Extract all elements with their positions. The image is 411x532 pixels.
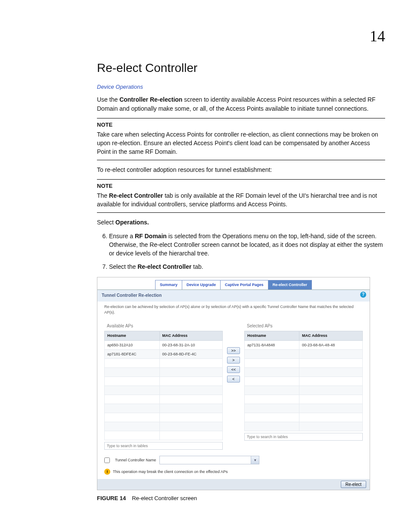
table-row[interactable]: ap7131-8A484800-23-68-8A-48-48: [245, 341, 363, 350]
step-list: Ensure a RF Domain is selected from the …: [97, 232, 385, 271]
text: Use the: [97, 96, 119, 103]
table-row[interactable]: [245, 413, 363, 422]
text: tab.: [191, 263, 203, 270]
table-row[interactable]: [245, 377, 363, 386]
text: Operations.: [115, 219, 149, 226]
cell-hostname: ap650-312A10: [105, 341, 160, 350]
table-row[interactable]: [105, 377, 223, 386]
text: Re-elect Controller: [137, 263, 191, 270]
chevron-down-icon[interactable]: ▾: [251, 456, 259, 464]
text: The: [97, 192, 109, 199]
text: RF Domain: [135, 233, 167, 240]
help-icon[interactable]: ?: [360, 292, 366, 298]
text: Re-elect Controller: [109, 192, 163, 199]
section-description: Re-election can be achieved by selection…: [97, 302, 370, 321]
available-aps-table[interactable]: Hostname MAC Address ap650-312A1000-23-6…: [104, 331, 223, 440]
cell-hostname: [105, 413, 160, 422]
figure-label: FIGURE 14: [97, 495, 126, 501]
note-heading: NOTE: [97, 121, 385, 129]
table-row[interactable]: [105, 395, 223, 404]
tab-summary[interactable]: Summary: [155, 280, 182, 289]
note-body: Take care when selecting Access Points f…: [97, 130, 385, 156]
selected-aps-table[interactable]: Hostname MAC Address ap7131-8A484800-23-…: [244, 331, 363, 431]
table-row[interactable]: [245, 368, 363, 377]
cell-hostname: [245, 377, 299, 386]
table-row[interactable]: [105, 413, 223, 422]
breadcrumb[interactable]: Device Operations: [97, 83, 385, 91]
table-row[interactable]: [245, 359, 363, 368]
note-heading: NOTE: [97, 182, 385, 190]
cell-hostname: [245, 422, 299, 431]
note-callout: NOTE The Re-elect Controller tab is only…: [97, 179, 385, 212]
available-search-input[interactable]: [104, 442, 223, 450]
column-header-mac[interactable]: MAC Address: [159, 331, 223, 341]
table-row[interactable]: [245, 386, 363, 395]
move-right-button[interactable]: >: [227, 357, 240, 364]
cell-mac: [299, 359, 363, 368]
cell-hostname: [105, 404, 160, 413]
page-title: Re-elect Controller: [97, 59, 385, 77]
cell-hostname: [245, 395, 299, 404]
table-row[interactable]: [245, 422, 363, 431]
panel-title: Available APs: [104, 321, 223, 331]
cell-hostname: [245, 404, 299, 413]
cell-hostname: [105, 395, 160, 404]
cell-hostname: [105, 368, 160, 377]
cell-mac: [159, 359, 223, 368]
tunnel-controller-name-label: Tunnel Controller Name: [115, 457, 156, 463]
table-row[interactable]: [105, 368, 223, 377]
step-item: Select the Re-elect Controller tab.: [109, 262, 385, 271]
cell-mac: [159, 422, 223, 431]
cell-mac: [159, 431, 223, 440]
table-row[interactable]: [105, 404, 223, 413]
move-all-right-button[interactable]: >>: [227, 347, 240, 354]
text: Select: [97, 219, 115, 226]
transfer-buttons: >> > << <: [226, 321, 241, 383]
table-row[interactable]: ap650-312A1000-23-68-31-2A-10: [105, 341, 223, 350]
tunnel-controller-name-combo[interactable]: ▾: [159, 456, 259, 464]
tab-captive-portal-pages[interactable]: Captive Portal Pages: [220, 280, 268, 289]
cell-mac: [299, 404, 363, 413]
cell-mac: [159, 404, 223, 413]
cell-mac: [299, 395, 363, 404]
cell-mac: 00-23-68-31-2A-10: [159, 341, 223, 350]
reelect-button[interactable]: Re-elect: [341, 481, 366, 488]
move-left-button[interactable]: <: [227, 376, 240, 383]
cell-mac: [159, 413, 223, 422]
text: Ensure a: [109, 233, 135, 240]
step-item: Ensure a RF Domain is selected from the …: [109, 232, 385, 258]
table-row[interactable]: [245, 395, 363, 404]
cell-hostname: [105, 431, 160, 440]
note-callout: NOTE Take care when selecting Access Poi…: [97, 118, 385, 160]
cell-hostname: [105, 386, 160, 395]
table-row[interactable]: [105, 431, 223, 440]
cell-mac: 00-23-68-8D-FE-4C: [159, 350, 223, 359]
column-header-mac[interactable]: MAC Address: [299, 331, 363, 341]
cell-hostname: [245, 359, 299, 368]
paragraph: Select Operations.: [97, 218, 385, 227]
warning-icon: !: [104, 469, 110, 475]
column-header-hostname[interactable]: Hostname: [245, 331, 299, 341]
selected-search-input[interactable]: [244, 433, 363, 441]
tab-re-elect-controller[interactable]: Re-elect Controller: [268, 280, 312, 289]
tab-bar: SummaryDevice UpgradeCaptive Portal Page…: [97, 277, 370, 290]
figure-caption-text: Re-elect Controller screen: [132, 495, 197, 501]
table-row[interactable]: [105, 422, 223, 431]
table-row[interactable]: ap7181-8DFE4C00-23-68-8D-FE-4C: [105, 350, 223, 359]
table-row[interactable]: [105, 386, 223, 395]
note-body: The Re-elect Controller tab is only avai…: [97, 191, 385, 209]
cell-hostname: ap7131-8A4848: [245, 341, 299, 350]
cell-mac: [299, 377, 363, 386]
cell-mac: [159, 395, 223, 404]
table-row[interactable]: [245, 350, 363, 359]
table-row[interactable]: [105, 359, 223, 368]
tunnel-controller-name-checkbox[interactable]: [104, 457, 110, 463]
available-aps-panel: Available APs Hostname MAC Address ap650…: [104, 321, 223, 450]
table-row[interactable]: [245, 404, 363, 413]
cell-mac: [299, 422, 363, 431]
app-screenshot: SummaryDevice UpgradeCaptive Portal Page…: [97, 277, 370, 490]
move-all-left-button[interactable]: <<: [227, 366, 240, 373]
tab-device-upgrade[interactable]: Device Upgrade: [182, 280, 221, 289]
column-header-hostname[interactable]: Hostname: [105, 331, 160, 341]
cell-mac: [159, 377, 223, 386]
